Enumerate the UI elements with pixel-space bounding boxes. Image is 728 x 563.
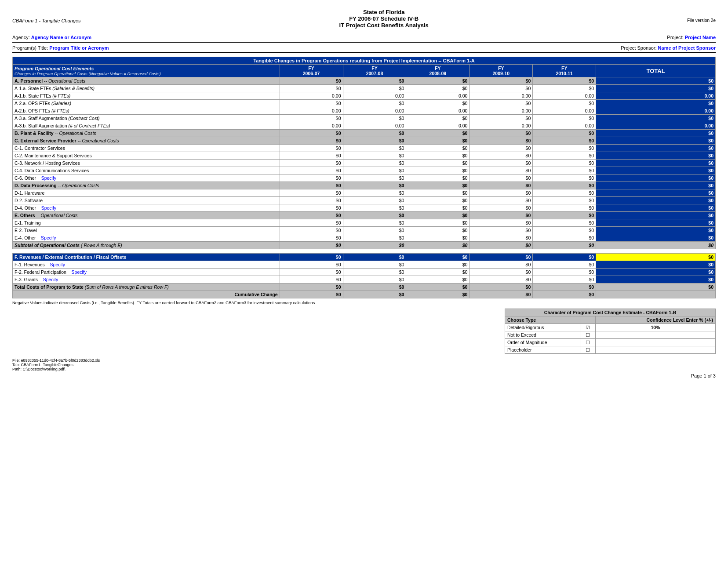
row-val-2: $0 <box>406 254 470 261</box>
row-total: $0 <box>596 100 716 107</box>
table-row: A-3.a. Staff Augmentation (Contract Cost… <box>13 115 716 122</box>
title-line2: FY 2006-07 Schedule IV-B <box>339 15 429 22</box>
row-val-0: $0 <box>280 234 343 242</box>
row-val-1: $0 <box>343 204 406 212</box>
table-row: A-2.b. OPS FTEs (# FTEs)0.000.000.000.00… <box>13 107 716 115</box>
row-val-4: $0 <box>533 174 596 182</box>
row-val-0: $0 <box>280 204 343 212</box>
table-row: Total Costs of Program to State (Sum of … <box>13 283 716 291</box>
row-label: A. Personnel -- Operational Costs <box>13 77 280 85</box>
row-val-3: $0 <box>470 182 533 189</box>
row-total: $0 <box>596 130 716 137</box>
row-label: F. Revenues / External Contribution / Fi… <box>13 254 280 261</box>
sponsor-label: Project Sponsor: <box>621 45 656 51</box>
row-label: A-3.a. Staff Augmentation (Contract Cost… <box>13 115 280 122</box>
char-row-4-val <box>595 346 715 354</box>
row-val-0: $0 <box>280 212 343 219</box>
row-val-2: $0 <box>406 234 470 242</box>
row-val-0: $0 <box>280 261 343 269</box>
row-val-1: 0.00 <box>343 107 406 115</box>
row-val-0: 0.00 <box>280 92 343 100</box>
row-label: E-2. Travel <box>13 227 280 234</box>
row-val-2: $0 <box>406 182 470 189</box>
row-label: A-2.b. OPS FTEs (# FTEs) <box>13 107 280 115</box>
agency-label: Agency: <box>12 35 30 40</box>
row-val-0: $0 <box>280 100 343 107</box>
page: CBAForm 1 - Tangible Changes State of Fl… <box>12 9 716 378</box>
top-row: CBAForm 1 - Tangible Changes State of Fl… <box>12 9 716 32</box>
row-val-2: $0 <box>406 152 470 160</box>
char-row-3-val <box>595 339 715 346</box>
row-val-0: $0 <box>280 219 343 227</box>
row-val-1: $0 <box>343 254 406 261</box>
bottom-section: Character of Program Cost Change Estimat… <box>12 309 716 354</box>
char-row-4-check[interactable]: ☐ <box>580 346 595 354</box>
table-row: A. Personnel -- Operational Costs$0$0$0$… <box>13 77 716 85</box>
row-val-3: 0.00 <box>470 107 533 115</box>
row-val-1: $0 <box>343 227 406 234</box>
char-row-2-check[interactable]: ☐ <box>580 331 595 339</box>
row-val-2: $0 <box>406 261 470 269</box>
row-label: C. External Service Provider -- Operatio… <box>13 137 280 145</box>
row-val-3: $0 <box>470 77 533 85</box>
row-val-2: $0 <box>406 242 470 249</box>
row-val-3: $0 <box>470 160 533 167</box>
row-val-3: $0 <box>470 261 533 269</box>
page-num: Page 1 of 3 <box>12 373 716 378</box>
row-label: D-1. Hardware <box>13 189 280 197</box>
char-row-1-check[interactable]: ☑ <box>580 324 595 331</box>
row-val-2: $0 <box>406 212 470 219</box>
row-val-3: $0 <box>470 197 533 204</box>
row-val-1: $0 <box>343 269 406 276</box>
row-val-0: $0 <box>280 276 343 283</box>
col-fy1-header: FY 2006-07 <box>280 65 343 77</box>
row-val-4: $0 <box>533 276 596 283</box>
row-val-1: 0.00 <box>343 122 406 130</box>
col-total-header: TOTAL <box>596 65 716 77</box>
row-val-2: $0 <box>406 276 470 283</box>
row-val-0: $0 <box>280 283 343 291</box>
row-val-2: $0 <box>406 283 470 291</box>
char-row-3-check[interactable]: ☐ <box>580 339 595 346</box>
row-val-1: $0 <box>343 77 406 85</box>
table-row: E-2. Travel$0$0$0$0$0$0 <box>13 227 716 234</box>
row-val-2: $0 <box>406 227 470 234</box>
row-val-3: $0 <box>470 85 533 92</box>
row-total: $0 <box>596 212 716 219</box>
row-val-3: $0 <box>470 115 533 122</box>
row-val-0: $0 <box>280 174 343 182</box>
row-val-0: 0.00 <box>280 107 343 115</box>
row-val-1: $0 <box>343 145 406 152</box>
row-val-1: $0 <box>343 137 406 145</box>
row-total: $0 <box>596 254 716 261</box>
col-fy3-header: FY 2008-09 <box>406 65 470 77</box>
row-val-1: $0 <box>343 85 406 92</box>
row-total: $0 <box>596 197 716 204</box>
col-fy2-header: FY 2007-08 <box>343 65 406 77</box>
row-val-2: $0 <box>406 145 470 152</box>
row-label: Total Costs of Program to State (Sum of … <box>13 283 280 291</box>
sponsor-value: Name of Project Sponsor <box>658 45 716 51</box>
row-val-0: $0 <box>280 115 343 122</box>
row-val-3: $0 <box>470 283 533 291</box>
table-row: F. Revenues / External Contribution / Fi… <box>13 254 716 261</box>
row-label: A-2.a. OPS FTEs (Salaries) <box>13 100 280 107</box>
table-row: D-2. Software$0$0$0$0$0$0 <box>13 197 716 204</box>
row-val-3: 0.00 <box>470 122 533 130</box>
row-val-4: $0 <box>533 291 596 298</box>
row-val-3: $0 <box>470 152 533 160</box>
char-row-2-label: Not to Exceed <box>505 331 580 339</box>
table-row: Cumulative Change$0$0$0$0$0 <box>13 291 716 298</box>
row-val-2: $0 <box>406 160 470 167</box>
main-table: Tangible Changes in Program Operations r… <box>12 57 716 298</box>
row-total: $0 <box>596 261 716 269</box>
row-val-4: $0 <box>533 100 596 107</box>
table-row: F-3. Grants Specify$0$0$0$0$0$0 <box>13 276 716 283</box>
row-label: F-1. Revenues Specify <box>13 261 280 269</box>
row-val-1: $0 <box>343 234 406 242</box>
row-val-3: $0 <box>470 145 533 152</box>
row-val-1: $0 <box>343 276 406 283</box>
col-program-label: Program Operational Cost Elements <box>15 66 278 71</box>
row-val-4: $0 <box>533 152 596 160</box>
row-val-1: $0 <box>343 182 406 189</box>
